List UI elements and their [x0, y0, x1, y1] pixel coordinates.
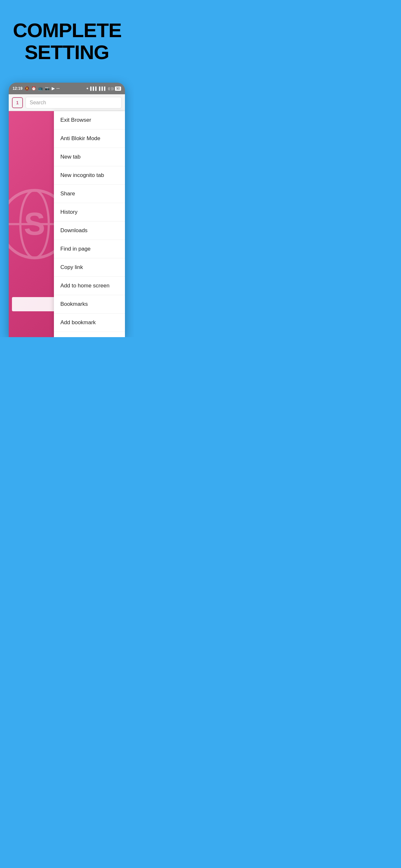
page-header: COMPLETE SETTING	[0, 0, 134, 76]
menu-item-new-incognito-tab[interactable]: New incognito tab	[54, 166, 125, 185]
menu-item-find-in-page[interactable]: Find in page	[54, 240, 125, 258]
status-right: ✦ ▌▌▌ ▌▌▌ ((·)) 90	[86, 87, 121, 91]
page-title: COMPLETE SETTING	[13, 20, 121, 63]
status-left: 12:19 🔕 ⏰ 📺 📷 ▶ ···	[12, 86, 60, 91]
alarm2-icon: ⏰	[31, 86, 36, 91]
menu-item-downloads[interactable]: Downloads	[54, 221, 125, 240]
cast-icon: 📺	[38, 86, 43, 91]
wifi-icon: ((·))	[108, 87, 114, 90]
svg-text:S: S	[24, 206, 45, 242]
search-bar[interactable]: Search	[26, 97, 122, 108]
signal2-icon: ▌▌▌	[99, 87, 106, 90]
menu-item-anti-blokir[interactable]: Anti Blokir Mode	[54, 129, 125, 148]
play-icon: ▶	[52, 86, 55, 91]
battery-display: 90	[115, 87, 121, 91]
bluetooth-icon: ✦	[86, 87, 89, 91]
tab-count: 1	[16, 100, 19, 105]
menu-item-copy-link[interactable]: Copy link	[54, 258, 125, 277]
tab-count-badge[interactable]: 1	[12, 97, 23, 108]
browser-content-area: S Exit Browser Anti Blokir Mode New tab …	[9, 111, 125, 337]
time-display: 12:19	[12, 86, 23, 91]
dropdown-menu: Exit Browser Anti Blokir Mode New tab Ne…	[54, 111, 125, 337]
menu-item-reader-mode[interactable]: Reader mode	[54, 332, 125, 337]
search-placeholder: Search	[30, 100, 46, 105]
menu-item-exit-browser[interactable]: Exit Browser	[54, 111, 125, 129]
status-bar: 12:19 🔕 ⏰ 📺 📷 ▶ ··· ✦ ▌▌▌ ▌▌▌ ((·)) 90	[9, 83, 125, 94]
menu-item-history[interactable]: History	[54, 203, 125, 221]
menu-item-new-tab[interactable]: New tab	[54, 148, 125, 166]
phone-frame: 12:19 🔕 ⏰ 📺 📷 ▶ ··· ✦ ▌▌▌ ▌▌▌ ((·)) 90 1…	[9, 83, 125, 337]
alarm-icon: 🔕	[25, 86, 29, 91]
menu-item-add-bookmark[interactable]: Add bookmark	[54, 314, 125, 332]
menu-item-add-to-home-screen[interactable]: Add to home screen	[54, 277, 125, 295]
menu-item-share[interactable]: Share	[54, 185, 125, 203]
menu-item-bookmarks[interactable]: Bookmarks	[54, 295, 125, 314]
signal1-icon: ▌▌▌	[90, 87, 97, 90]
more-icon: ···	[57, 86, 60, 91]
browser-toolbar: 1 Search	[9, 94, 125, 111]
screenshot-icon: 📷	[45, 86, 50, 91]
